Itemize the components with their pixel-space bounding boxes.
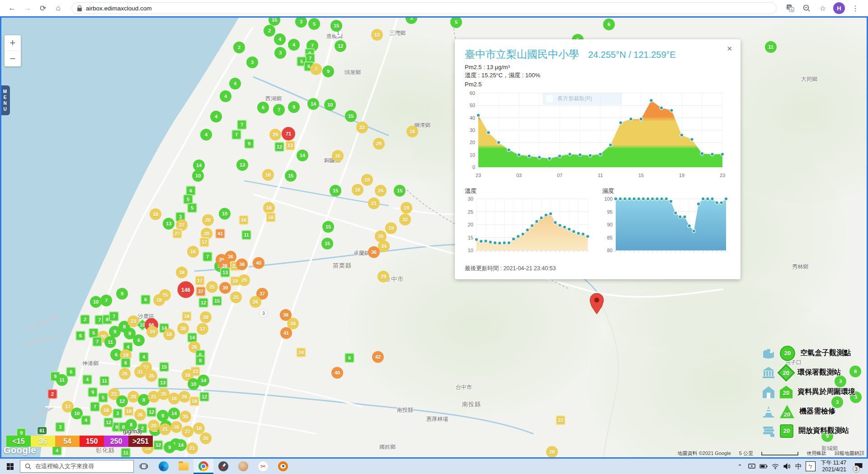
aqi-marker[interactable]: 20 xyxy=(148,420,160,432)
aqi-marker[interactable]: 13 xyxy=(163,218,175,230)
task-view-button[interactable] xyxy=(134,459,154,474)
menu-tab[interactable]: M E N U xyxy=(0,85,10,115)
aqi-marker[interactable]: 35 xyxy=(179,411,191,422)
aqi-marker[interactable]: 8 xyxy=(195,356,205,366)
aqi-marker[interactable]: 24 xyxy=(296,347,306,357)
aqi-marker[interactable]: 41 xyxy=(215,229,225,239)
aqi-marker[interactable]: 14 xyxy=(307,98,319,110)
chrome-taskbar-button[interactable] xyxy=(193,459,213,474)
aqi-marker[interactable]: 9 xyxy=(244,139,254,149)
aqi-marker[interactable]: 24 xyxy=(375,185,387,197)
edge-taskbar-button[interactable] xyxy=(154,459,174,474)
aqi-marker[interactable]: 12 xyxy=(335,40,346,52)
aqi-marker[interactable]: 18 xyxy=(176,267,188,278)
aqi-marker[interactable]: 4 xyxy=(82,375,92,385)
aqi-marker[interactable]: 18 xyxy=(189,396,199,406)
clock[interactable]: 下午 11:47 2021/4/21 xyxy=(817,460,850,473)
aqi-marker[interactable]: 4 xyxy=(288,39,300,51)
aqi-marker[interactable]: 26 xyxy=(250,296,261,308)
aqi-marker[interactable]: 17 xyxy=(195,276,205,286)
aqi-marker[interactable]: 41 xyxy=(280,327,292,339)
aqi-marker[interactable]: 11 xyxy=(99,376,109,386)
close-icon[interactable]: ✕ xyxy=(725,43,734,55)
aqi-marker[interactable]: 9 xyxy=(109,326,121,338)
aqi-marker[interactable]: 12 xyxy=(198,298,208,308)
aqi-marker[interactable]: 2 xyxy=(233,42,245,53)
aqi-marker[interactable]: 39 xyxy=(219,282,231,294)
aqi-marker[interactable]: 13 xyxy=(220,268,230,277)
aqi-marker[interactable]: 10 xyxy=(90,296,102,308)
aqi-marker[interactable]: 6 xyxy=(121,358,131,368)
aqi-marker[interactable]: 4 xyxy=(81,415,91,425)
cast-display-icon[interactable] xyxy=(747,460,757,473)
aqi-marker[interactable]: 7 xyxy=(237,120,247,130)
aqi-marker[interactable]: 6 xyxy=(66,367,76,377)
ime-mode-indicator[interactable]: ㄅ xyxy=(806,461,816,471)
aqi-marker[interactable]: 7 xyxy=(90,402,100,412)
aqi-marker[interactable]: 11 xyxy=(121,448,131,458)
explorer-taskbar-button[interactable] xyxy=(174,459,193,474)
aqi-marker[interactable]: 6 xyxy=(344,353,354,363)
translate-icon[interactable]: 文A xyxy=(783,1,797,15)
aqi-marker[interactable]: 3 xyxy=(295,16,307,28)
aqi-marker[interactable]: 4 xyxy=(229,78,241,89)
aqi-marker[interactable]: 35 xyxy=(146,370,157,382)
aqi-marker[interactable]: 18 xyxy=(168,393,180,404)
aqi-marker[interactable]: 10 xyxy=(324,99,336,111)
aqi-marker[interactable]: 5 xyxy=(308,18,320,30)
aqi-marker[interactable]: 7 xyxy=(273,104,285,116)
aqi-marker[interactable]: 11 xyxy=(765,41,777,53)
aqi-marker[interactable]: 2 xyxy=(264,25,275,37)
aqi-marker[interactable]: 7 xyxy=(92,337,102,347)
aqi-marker[interactable]: 14 xyxy=(168,408,180,419)
aqi-marker[interactable]: 2 xyxy=(47,389,57,399)
aqi-marker[interactable]: 15 xyxy=(212,296,222,306)
aqi-marker[interactable]: 7 xyxy=(203,252,212,262)
aqi-marker[interactable]: 4 xyxy=(274,33,286,45)
aqi-marker[interactable]: 18 xyxy=(163,329,175,340)
zoom-out-page-icon[interactable] xyxy=(800,1,813,15)
aqi-marker[interactable]: 18 xyxy=(262,169,274,181)
aqi-marker[interactable]: 29 xyxy=(269,129,281,141)
aqi-marker[interactable]: 35 xyxy=(200,432,212,444)
wifi-icon[interactable] xyxy=(770,460,780,473)
aqi-marker[interactable]: 146 xyxy=(178,282,194,298)
selected-station-pin[interactable] xyxy=(589,293,604,316)
aqi-marker[interactable]: 12 xyxy=(104,418,113,427)
aqi-marker[interactable]: 9 xyxy=(164,441,175,453)
aqi-marker[interactable]: 15 xyxy=(394,185,406,197)
aqi-marker[interactable]: 20 xyxy=(202,214,214,226)
aqi-marker[interactable]: 28 xyxy=(177,323,189,334)
aqi-marker[interactable]: 12 xyxy=(153,440,163,450)
aqi-marker[interactable]: 10 xyxy=(192,170,204,182)
aqi-marker[interactable]: 15 xyxy=(345,110,357,122)
aqi-marker[interactable]: 5 xyxy=(450,16,462,28)
snip-taskbar-button[interactable]: ✂ xyxy=(253,459,273,474)
aqi-marker[interactable]: 18 xyxy=(150,208,161,220)
aqi-marker[interactable]: 36 xyxy=(368,246,380,258)
aqi-marker[interactable]: 16 xyxy=(406,126,418,137)
aqi-marker[interactable]: 40 xyxy=(253,257,264,269)
taskbar-search[interactable]: 在這裡輸入文字來搜尋 xyxy=(20,460,134,473)
aqi-marker[interactable]: 29 xyxy=(238,274,250,286)
zoom-in-button[interactable]: + xyxy=(5,35,21,51)
blender-taskbar-button[interactable] xyxy=(273,459,293,474)
aqi-marker[interactable]: 20 xyxy=(127,391,139,403)
terms-link[interactable]: 使用條款 xyxy=(807,450,826,457)
aqi-marker[interactable]: 13 xyxy=(158,378,168,388)
aqi-marker[interactable]: 9 xyxy=(322,66,334,77)
aqi-marker[interactable]: 3 xyxy=(274,47,286,59)
aqi-marker[interactable]: 31 xyxy=(134,366,146,378)
aqi-marker[interactable]: 27 xyxy=(172,229,182,239)
aqi-marker[interactable]: 28 xyxy=(200,311,212,323)
aqi-marker[interactable]: 12 xyxy=(199,392,209,402)
aqi-marker[interactable]: 7 xyxy=(100,295,112,306)
aqi-marker[interactable]: 6 xyxy=(75,331,85,341)
aqi-marker[interactable]: 29 xyxy=(377,271,389,282)
aqi-marker[interactable]: 15 xyxy=(159,362,169,372)
compass-taskbar-button[interactable] xyxy=(213,459,233,474)
zoom-out-button[interactable]: − xyxy=(5,51,21,66)
aqi-marker[interactable]: 15 xyxy=(322,221,334,233)
aqi-marker[interactable]: 9 xyxy=(157,410,169,422)
aqi-marker[interactable]: 34 xyxy=(378,240,390,252)
